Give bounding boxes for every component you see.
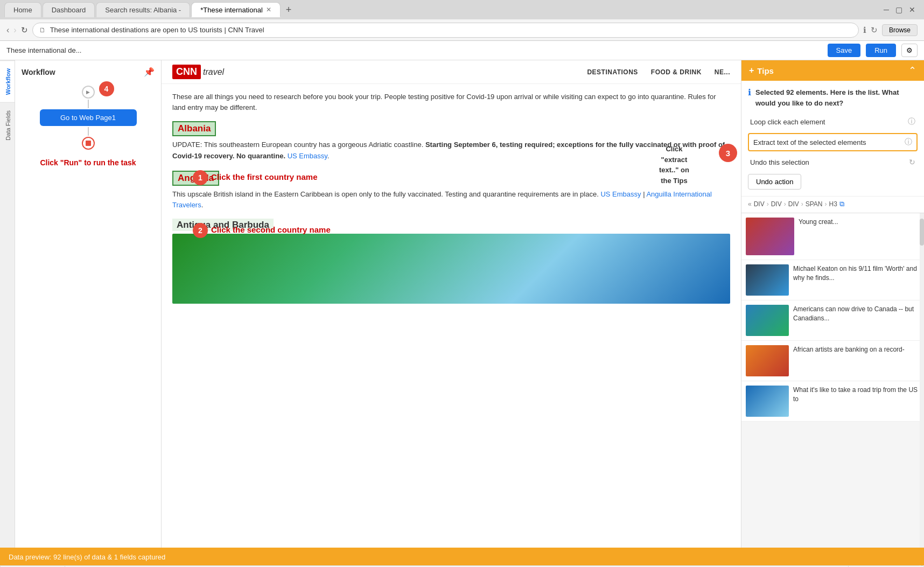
workflow-title: Workflow	[22, 68, 55, 76]
address-bar[interactable]: 🗋 These international destinations are o…	[32, 23, 859, 38]
tab-bar: Home Dashboard Search results: Albania -…	[0, 0, 924, 19]
tab-home[interactable]: Home	[4, 2, 41, 17]
cnn-logo[interactable]: CNN travel	[172, 65, 224, 79]
tab-active[interactable]: *These international ✕	[191, 2, 281, 17]
anguilla-link1[interactable]: US Embassy	[600, 190, 641, 198]
breadcrumb-chevron-left[interactable]: «	[748, 200, 752, 208]
settings-button[interactable]: ⚙	[901, 44, 918, 57]
tab-search-label: Search results: Albania -	[105, 6, 181, 14]
albania-link[interactable]: US Embassy	[288, 152, 327, 160]
article-card-1[interactable]: Michael Keaton on his 9/11 film 'Worth' …	[741, 260, 924, 300]
tips-option-extract[interactable]: Extract text of the selected elements ⓘ	[748, 133, 918, 151]
close-icon[interactable]: ✕	[909, 5, 915, 14]
article-2-thumb	[746, 305, 789, 336]
article-card-3[interactable]: African artists are banking on a record-	[741, 341, 924, 381]
tips-panel: + Tips ⌃ ℹ Selected 92 elements. Here is…	[741, 60, 924, 213]
back-button[interactable]: ‹	[6, 25, 9, 35]
web-body: These are all things you need to researc…	[162, 84, 741, 548]
tips-option-extract-text: Extract text of the selected elements	[753, 138, 900, 146]
window-controls: ─ ▢ ✕	[884, 5, 920, 14]
sidebar-tab-data-fields[interactable]: Data Fields	[0, 102, 15, 148]
click-run-instruction: Click "Run" to run the task	[22, 158, 155, 167]
refresh-icon[interactable]: ↻	[871, 25, 878, 35]
address-text: These international destinations are ope…	[50, 26, 264, 34]
badge-2-overlay: 2	[193, 223, 208, 238]
top-article-thumb	[746, 218, 794, 255]
scrollbar-thumb[interactable]	[920, 219, 924, 246]
tab-new-icon[interactable]: +	[282, 4, 296, 16]
tips-option-loop[interactable]: Loop click each element ⓘ	[748, 115, 918, 129]
country-antigua: Antigua and Barbuda	[172, 220, 730, 304]
breadcrumb-sep3: ›	[801, 200, 803, 208]
article-card-4[interactable]: What it's like to take a road trip from …	[741, 381, 924, 422]
article-1-thumb	[746, 264, 789, 296]
browser-chrome: Home Dashboard Search results: Albania -…	[0, 0, 924, 60]
minimize-icon[interactable]: ─	[884, 5, 889, 14]
breadcrumb-sep1: ›	[767, 200, 769, 208]
browse-button[interactable]: Browse	[882, 24, 918, 36]
right-panel: 3 Click"extracttext.." onthe Tips + Tips…	[741, 60, 924, 548]
right-scrollbar[interactable]	[920, 213, 924, 548]
workflow-panel: Workflow 📌 4 ▶ Go to Web Page1 Click "Ru…	[15, 60, 162, 548]
run-button[interactable]: Run	[866, 44, 896, 57]
workflow-page-title: These international de...	[6, 46, 822, 54]
breadcrumb-sep4: ›	[825, 200, 827, 208]
antigua-name[interactable]: Antigua and Barbuda	[172, 219, 274, 231]
refresh-button[interactable]: ↻	[21, 25, 28, 35]
tips-extract-info-icon[interactable]: ⓘ	[905, 137, 912, 147]
breadcrumb-sep2: ›	[784, 200, 786, 208]
data-preview-text: Data preview: 92 line(s) of data & 1 fie…	[9, 553, 165, 561]
external-link-icon[interactable]: ⧉	[839, 200, 844, 208]
top-article[interactable]: Young creat...	[741, 213, 924, 260]
antigua-image	[172, 234, 730, 304]
step-badge-4: 4	[99, 81, 114, 96]
albania-name[interactable]: Albania	[172, 121, 216, 136]
cnn-nav: DESTINATIONS FOOD & DRINK NE...	[587, 68, 730, 76]
article-1-title: Michael Keaton on his 9/11 film 'Worth' …	[793, 264, 920, 296]
data-preview-banner: Data preview: 92 line(s) of data & 1 fie…	[0, 549, 924, 565]
intro-text: These are all things you need to researc…	[172, 92, 730, 113]
sidebar-tab-workflow[interactable]: Workflow	[0, 60, 15, 102]
step-end-circle	[82, 137, 95, 150]
tips-message: ℹ Selected 92 elements. Here is the list…	[748, 87, 918, 108]
tab-search[interactable]: Search results: Albania -	[96, 2, 190, 17]
nav-more[interactable]: NE...	[715, 68, 730, 76]
breadcrumb-div1[interactable]: DIV	[754, 200, 765, 208]
tips-option-undo-selection[interactable]: Undo this selection ↻	[748, 156, 918, 169]
tips-header: + Tips ⌃	[741, 60, 924, 81]
breadcrumb-h3[interactable]: H3	[829, 200, 837, 208]
workflow-steps: 4 ▶ Go to Web Page1	[22, 86, 155, 150]
anguilla-desc: This upscale British island in the Easte…	[172, 189, 730, 212]
tips-plus-icon: +	[749, 66, 754, 75]
forward-button[interactable]: ›	[13, 25, 16, 35]
maximize-icon[interactable]: ▢	[895, 5, 902, 14]
info-button[interactable]: ℹ	[863, 25, 866, 35]
article-card-2[interactable]: Americans can now drive to Canada -- but…	[741, 300, 924, 341]
cnn-logo-sub: travel	[203, 67, 224, 77]
tab-dashboard-label: Dashboard	[52, 6, 86, 14]
tab-close-icon[interactable]: ✕	[266, 6, 271, 13]
tips-option-info-icon[interactable]: ⓘ	[908, 117, 915, 127]
breadcrumb-span[interactable]: SPAN	[806, 200, 823, 208]
pin-icon[interactable]: 📌	[144, 67, 155, 77]
nav-destinations[interactable]: DESTINATIONS	[587, 68, 638, 76]
tab-dashboard[interactable]: Dashboard	[43, 2, 95, 17]
breadcrumb-div3[interactable]: DIV	[788, 200, 799, 208]
tips-message-text: Selected 92 elements. Here is the list. …	[755, 87, 918, 108]
undo-action-button[interactable]: Undo action	[748, 174, 801, 190]
country-anguilla: Anguilla This upscale British island in …	[172, 171, 730, 212]
step-start-circle: ▶	[82, 86, 95, 99]
nav-food[interactable]: FOOD & DRINK	[651, 68, 702, 76]
article-3-title: African artists are banking on a record-	[793, 345, 905, 376]
tips-title: + Tips	[749, 66, 774, 75]
breadcrumb-div2[interactable]: DIV	[771, 200, 782, 208]
workflow-toolbar: These international de... Save Run ⚙	[0, 41, 924, 60]
step-go-to-web[interactable]: Go to Web Page1	[40, 109, 137, 126]
tips-collapse-icon[interactable]: ⌃	[908, 65, 916, 76]
save-button[interactable]: Save	[828, 44, 861, 57]
address-bar-row: ‹ › ↻ 🗋 These international destinations…	[0, 19, 924, 41]
cnn-header: CNN travel DESTINATIONS FOOD & DRINK NE.…	[162, 60, 741, 84]
article-4-title: What it's like to take a road trip from …	[793, 386, 920, 417]
cnn-logo-box: CNN	[172, 65, 201, 79]
info-icon: ℹ	[748, 87, 751, 108]
